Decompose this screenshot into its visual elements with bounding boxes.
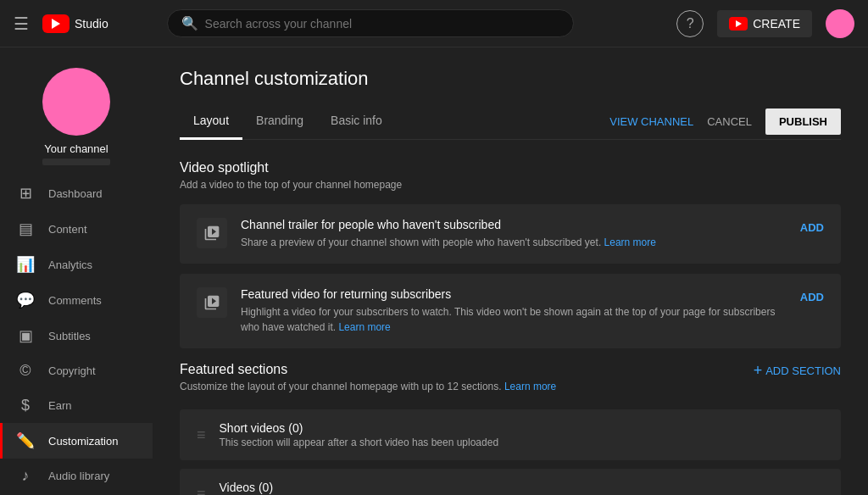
section-item-videos-title: Videos (0) [220, 481, 477, 494]
sidebar-item-audio-library[interactable]: ♪ Audio library [0, 459, 153, 493]
add-section-button[interactable]: + ADD SECTION [754, 362, 841, 380]
video-spotlight-desc: Add a video to the top of your channel h… [180, 179, 841, 191]
trailer-card-body: Channel trailer for people who haven't s… [241, 218, 787, 250]
create-button[interactable]: CREATE [717, 10, 812, 37]
tabs-header: Layout Branding Basic info VIEW CHANNEL … [180, 103, 841, 140]
logo[interactable]: Studio [42, 14, 108, 33]
video-spotlight-section: Video spotlight Add a video to the top o… [180, 160, 841, 348]
trailer-icon [197, 218, 227, 248]
main-layout: Your channel ⊞ Dashboard ▤ Content 📊 Ana… [0, 47, 868, 495]
sidebar-label-audio-library: Audio library [48, 470, 109, 482]
featured-video-desc: Highlight a video for your subscribers t… [241, 304, 787, 335]
earn-icon: $ [16, 397, 35, 414]
section-item-body: Short videos (0) This section will appea… [220, 421, 499, 448]
analytics-icon: 📊 [16, 255, 35, 274]
channel-name: Your channel [44, 142, 108, 155]
featured-add-button[interactable]: ADD [800, 287, 824, 307]
customization-icon: ✏️ [16, 431, 35, 450]
channel-progress-bar [42, 159, 110, 165]
search-input[interactable] [205, 17, 559, 31]
sidebar-item-customization[interactable]: ✏️ Customization [0, 423, 153, 459]
trailer-title: Channel trailer for people who haven't s… [241, 218, 787, 231]
sidebar: Your channel ⊞ Dashboard ▤ Content 📊 Ana… [0, 47, 153, 495]
sidebar-label-content: Content [48, 223, 87, 236]
trailer-learn-more[interactable]: Learn more [604, 236, 656, 248]
video-spotlight-title: Video spotlight [180, 160, 841, 175]
trailer-card: Channel trailer for people who haven't s… [180, 204, 841, 264]
avatar[interactable] [826, 9, 854, 38]
search-bar[interactable]: 🔍 [167, 9, 574, 37]
drag-handle-icon-2[interactable]: ≡ [197, 486, 206, 496]
sidebar-item-dashboard[interactable]: ⊞ Dashboard [0, 175, 153, 211]
sidebar-item-analytics[interactable]: 📊 Analytics [0, 247, 153, 282]
section-item-videos: ≡ Videos (0) This section will appear wh… [180, 469, 841, 495]
section-item-short-videos: ≡ Short videos (0) This section will app… [180, 409, 841, 460]
featured-video-icon [197, 287, 227, 318]
featured-video-card: Featured video for returning subscribers… [180, 274, 841, 348]
dashboard-icon: ⊞ [16, 184, 35, 203]
featured-sections-title: Featured sections [180, 362, 556, 377]
featured-sections-area: Featured sections Customize the layout o… [180, 362, 841, 495]
view-channel-button[interactable]: VIEW CHANNEL [609, 115, 693, 128]
section-item-short-videos-desc: This section will appear after a short v… [220, 437, 499, 448]
featured-sections-desc: Customize the layout of your channel hom… [180, 381, 556, 392]
channel-avatar[interactable] [42, 68, 110, 136]
help-icon[interactable]: ? [676, 10, 704, 37]
tabs-right: VIEW CHANNEL CANCEL PUBLISH [609, 108, 841, 135]
trailer-add-button[interactable]: ADD [800, 218, 824, 237]
trailer-desc: Share a preview of your channel shown wi… [241, 235, 787, 250]
plus-icon: + [754, 362, 763, 380]
sidebar-label-customization: Customization [48, 435, 118, 448]
sidebar-nav: ⊞ Dashboard ▤ Content 📊 Analytics 💬 Comm… [0, 175, 153, 495]
sidebar-item-copyright[interactable]: © Copyright [0, 353, 153, 388]
add-section-label: ADD SECTION [765, 364, 841, 377]
hamburger-icon[interactable]: ☰ [14, 14, 29, 34]
sidebar-item-earn[interactable]: $ Earn [0, 388, 153, 423]
sidebar-item-content[interactable]: ▤ Content [0, 211, 153, 247]
sidebar-label-analytics: Analytics [48, 259, 92, 271]
nav-left: ☰ Studio [14, 14, 108, 34]
subtitles-icon: ▣ [16, 326, 35, 345]
tabs-left: Layout Branding Basic info [180, 103, 396, 139]
studio-label: Studio [75, 17, 108, 31]
page-title: Channel customization [180, 68, 841, 90]
nav-right: ? CREATE [676, 9, 854, 38]
featured-learn-more[interactable]: Learn more [338, 321, 390, 333]
audio-library-icon: ♪ [16, 467, 35, 485]
channel-section: Your channel [0, 54, 153, 175]
top-nav: ☰ Studio 🔍 ? CREATE [0, 0, 868, 47]
section-item-short-videos-title: Short videos (0) [220, 421, 499, 435]
copyright-icon: © [16, 362, 35, 380]
drag-handle-icon[interactable]: ≡ [197, 426, 206, 444]
create-video-icon [729, 17, 748, 31]
featured-title-area: Featured sections Customize the layout o… [180, 362, 556, 406]
tab-layout[interactable]: Layout [180, 103, 242, 140]
sidebar-label-subtitles: Subtitles [48, 330, 91, 342]
featured-sections-header: Featured sections Customize the layout o… [180, 362, 841, 406]
search-icon: 🔍 [181, 15, 198, 31]
create-label: CREATE [753, 17, 800, 31]
content-area: Channel customization Layout Branding Ba… [153, 47, 868, 495]
featured-video-title: Featured video for returning subscribers [241, 287, 787, 301]
cancel-button[interactable]: CANCEL [707, 115, 752, 128]
sidebar-label-earn: Earn [48, 399, 71, 412]
publish-button[interactable]: PUBLISH [765, 108, 841, 135]
tab-basic-info[interactable]: Basic info [317, 103, 396, 140]
sidebar-label-dashboard: Dashboard [48, 187, 103, 200]
tab-branding[interactable]: Branding [242, 103, 317, 140]
content-icon: ▤ [16, 220, 35, 238]
section-item-videos-body: Videos (0) This section will appear when… [220, 481, 477, 495]
sidebar-item-subtitles[interactable]: ▣ Subtitles [0, 318, 153, 353]
sidebar-label-copyright: Copyright [48, 364, 96, 377]
youtube-logo-icon [42, 14, 70, 33]
featured-sections-learn-more[interactable]: Learn more [504, 381, 556, 392]
comments-icon: 💬 [16, 291, 35, 309]
featured-video-card-body: Featured video for returning subscribers… [241, 287, 787, 335]
sidebar-item-comments[interactable]: 💬 Comments [0, 282, 153, 318]
sidebar-label-comments: Comments [48, 294, 102, 307]
